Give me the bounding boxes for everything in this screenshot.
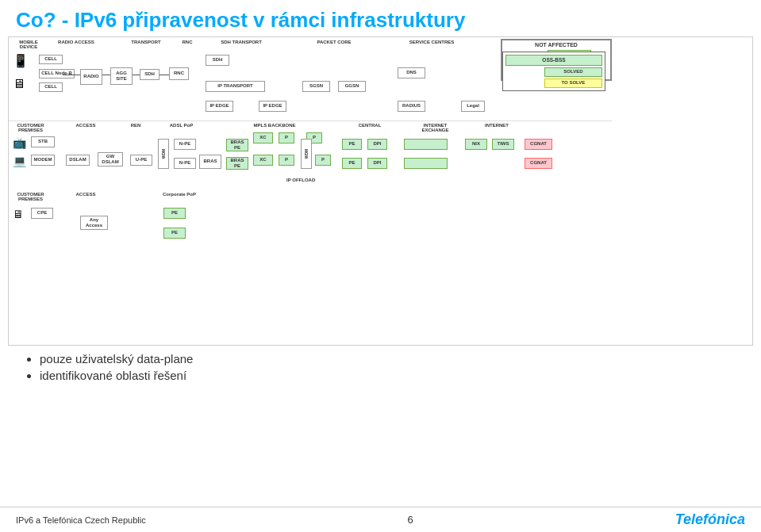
line-radio-agg [102, 75, 110, 75]
to-solve-detail-box: TO SOLVE [544, 78, 602, 88]
section-internet-exchange: INTERNETEXCHANGE [413, 123, 457, 132]
p-box-3: P [279, 155, 294, 166]
tiws-box: TIWS [492, 139, 514, 150]
section-access-2: ACCESS [66, 192, 106, 197]
dns-box: DNS [398, 67, 425, 78]
section-adsl-pop: ADSL PoP [163, 123, 199, 128]
pe-box-top: PE [342, 139, 362, 150]
bras-pe-box-bottom: BRASPE [226, 157, 248, 170]
xc-box-1: XC [253, 132, 273, 144]
ip-edge-box-2: IP EDGE [259, 101, 286, 112]
bullet-item-2: identifikované oblasti řešení [40, 369, 737, 382]
section-mpls-backbone: MPLS BACKBONE [239, 123, 310, 128]
dpi-box-top: DPI [367, 139, 387, 150]
bullet-item-1: pouze uživatelský data-plane [40, 352, 737, 366]
ip-transport-box: IP TRANSPORT [206, 81, 265, 92]
ip-offload-label: IP OFFLOAD [286, 178, 315, 182]
footer-page-number: 6 [408, 514, 413, 526]
cell-node-b-box: CELL Node-B [39, 69, 75, 78]
line-agg-sdh [133, 75, 140, 75]
divider-line [9, 121, 612, 121]
stb-icon: 📺 [13, 136, 26, 149]
stb-box: STB [31, 136, 55, 147]
modem-icon: 💻 [13, 155, 26, 167]
modem-box: MODEM [31, 155, 55, 166]
section-customer-premises-1: CUSTOMERPREMISES [13, 123, 48, 132]
section-ren: REN [124, 123, 148, 128]
n-pe-box-top: N-PE [174, 139, 196, 150]
line-mobile-radio [63, 75, 80, 75]
page-title: Co? - IPv6 připravenost v rámci infrastr… [16, 8, 745, 33]
section-sdh-transport: SDH TRANSPORT [206, 40, 277, 44]
n-pe-box-bottom: N-PE [174, 158, 196, 169]
cgnat-box-top: CGNAT [525, 139, 552, 150]
radius-box: RADIUS [398, 101, 425, 112]
section-corporate-pop: Corporate PoP [156, 192, 203, 197]
cpe-box: CPE [31, 208, 53, 219]
u-pe-box: U-PE [130, 155, 152, 166]
sdh-box-1: SDH [140, 69, 160, 80]
pe-box-bottom: PE [342, 158, 362, 169]
ix-box-1 [404, 139, 448, 150]
header: Co? - IPv6 připravenost v rámci infrastr… [0, 0, 761, 36]
diagram-area: MOBILEDEVICE RADIO ACCESS TRANSPORT RNC … [8, 36, 753, 346]
pe-corp-top-box: PE [163, 208, 186, 219]
section-customer-premises-2: CUSTOMERPREMISES [13, 192, 48, 201]
p-box-1: P [279, 132, 294, 144]
section-transport: TRANSPORT [122, 40, 170, 44]
bullet-list: pouze uživatelský data-plane identifikov… [24, 352, 737, 382]
bras-box: BRAS [199, 155, 221, 169]
bullets-section: pouze uživatelský data-plane identifikov… [0, 346, 761, 392]
sdh-box-2: SDH [206, 55, 229, 66]
section-packet-core: PACKET CORE [302, 40, 366, 44]
not-affected-label: NOT AFFECTED [504, 42, 609, 48]
oss-bss-detail-box: OSS-BSS [505, 55, 602, 66]
pe-corp-bottom-box: PE [163, 228, 186, 239]
footer: IPv6 a Telefónica Czech Republic 6 Telef… [0, 507, 761, 532]
any-access-box: AnyAccess [80, 216, 108, 230]
solved-detail-box: SOLVED [544, 67, 602, 77]
radio-box: RADIO [80, 69, 102, 85]
ix-box-2 [404, 158, 448, 169]
section-mobile: MOBILEDEVICE [13, 40, 44, 49]
section-internet: INTERNET [481, 123, 513, 128]
footer-left-text: IPv6 a Telefónica Czech Republic [16, 515, 146, 525]
agg-site-box: AGGSITE [110, 67, 133, 85]
legal-box: Legal [461, 101, 485, 112]
pc-icon: 🖥 [13, 77, 25, 91]
ip-edge-box-1: IP EDGE [206, 101, 233, 112]
dslam-box: DSLAM [66, 155, 90, 166]
dpi-box-bottom: DPI [367, 158, 387, 169]
section-rnc: RNC [175, 40, 199, 44]
rnc-box: RNC [169, 67, 189, 80]
cell-box-3: CELL [39, 82, 63, 92]
section-central: CENTRAL [350, 123, 390, 128]
wdm-box-1: WDM [158, 139, 169, 169]
xc-box-2: XC [253, 155, 273, 166]
cgnat-box-bottom: CGNAT [525, 158, 552, 169]
line-sdh-rnc [160, 75, 169, 75]
section-access-1: ACCESS [66, 123, 106, 128]
bras-pe-box-top: BRASPE [226, 139, 248, 151]
sgsn-box: SGSN [302, 81, 330, 92]
ggsn-box: GGSN [338, 81, 366, 92]
footer-logo: Telefónica [675, 511, 745, 528]
gw-dslam-box: GWDSLAM [98, 152, 123, 166]
nix-box: NIX [465, 139, 487, 150]
section-radio: RADIO ACCESS [48, 40, 104, 44]
mobile-icon: 📱 [13, 53, 29, 68]
p-box-4: P [315, 155, 331, 166]
cell-box-1: CELL [39, 55, 63, 64]
section-service-centres: SERVICE CENTRES [396, 40, 467, 44]
wdm-box-2: WDM [301, 139, 312, 169]
cpe-icon: 🖥 [13, 208, 24, 220]
